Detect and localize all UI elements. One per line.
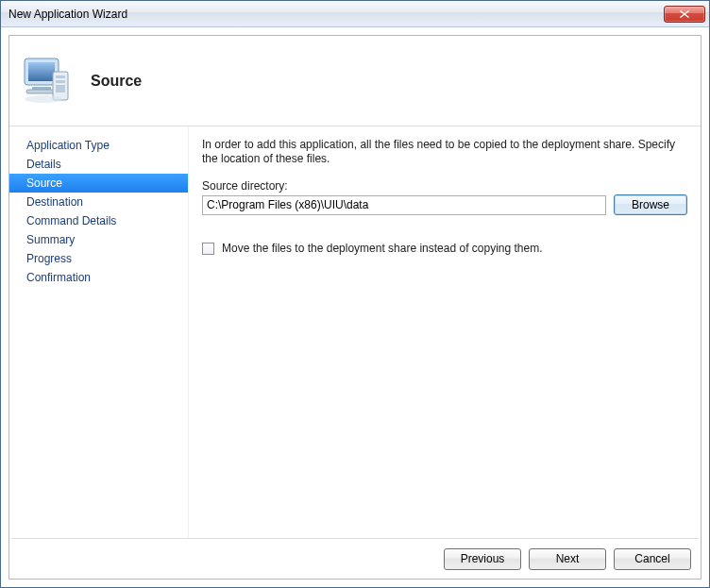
- step-destination[interactable]: Destination: [9, 193, 188, 211]
- wizard-window: New Application Wizard: [0, 0, 710, 588]
- wizard-steps-sidebar: Application Type Details Source Destinat…: [9, 126, 189, 538]
- svg-rect-4: [26, 90, 57, 93]
- wizard-main-pane: In order to add this application, all th…: [189, 126, 701, 538]
- previous-button[interactable]: Previous: [444, 548, 521, 570]
- source-directory-input[interactable]: [202, 195, 606, 215]
- svg-rect-6: [56, 76, 65, 78]
- wizard-content: Application Type Details Source Destinat…: [9, 126, 701, 538]
- source-directory-row: Browse: [202, 194, 687, 215]
- svg-rect-2: [28, 62, 55, 81]
- wizard-body: Source Application Type Details Source D…: [8, 35, 702, 580]
- wizard-header: Source: [9, 36, 701, 126]
- step-command-details[interactable]: Command Details: [9, 211, 188, 230]
- step-confirmation[interactable]: Confirmation: [9, 268, 188, 287]
- close-icon: [680, 10, 689, 18]
- browse-button[interactable]: Browse: [614, 194, 687, 215]
- move-files-checkbox[interactable]: [202, 243, 214, 255]
- svg-rect-7: [56, 80, 65, 83]
- svg-rect-8: [56, 85, 65, 92]
- source-directory-label: Source directory:: [202, 179, 687, 193]
- window-title: New Application Wizard: [8, 8, 664, 21]
- step-progress[interactable]: Progress: [9, 249, 188, 268]
- step-source[interactable]: Source: [9, 174, 188, 193]
- computer-icon: [21, 53, 74, 109]
- next-button[interactable]: Next: [529, 548, 606, 570]
- svg-point-9: [25, 95, 62, 103]
- titlebar: New Application Wizard: [1, 1, 709, 27]
- move-files-label[interactable]: Move the files to the deployment share i…: [222, 242, 543, 255]
- step-summary[interactable]: Summary: [9, 230, 188, 249]
- close-button[interactable]: [664, 6, 705, 23]
- step-details[interactable]: Details: [9, 155, 188, 174]
- instruction-text: In order to add this application, all th…: [202, 138, 687, 166]
- page-title: Source: [91, 73, 142, 90]
- move-files-row: Move the files to the deployment share i…: [202, 242, 687, 255]
- wizard-button-bar: Previous Next Cancel: [9, 539, 701, 579]
- step-application-type[interactable]: Application Type: [9, 136, 188, 155]
- cancel-button[interactable]: Cancel: [614, 548, 691, 570]
